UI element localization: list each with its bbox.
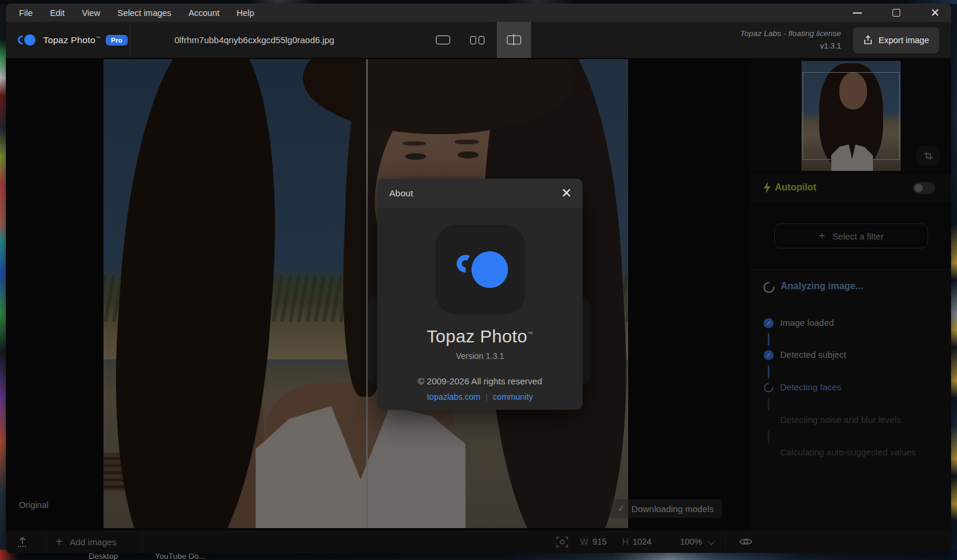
license-type: Topaz Labs - floating license bbox=[740, 28, 841, 40]
topaz-app-icon bbox=[435, 225, 525, 315]
menu-bar: File Edit View Select images Account Hel… bbox=[6, 4, 951, 22]
open-filename: 0lfrhm7ubb4qnyb6cxkgcd55lg0raod6.jpg bbox=[148, 22, 361, 58]
app-window: File Edit View Select images Account Hel… bbox=[6, 4, 951, 553]
license-version: v1.3.1 bbox=[740, 40, 841, 52]
about-copyright: © 2009-2026 All rights reserved bbox=[418, 376, 542, 386]
desktop-wallpaper-right-strip bbox=[951, 0, 957, 560]
desktop-icon-label[interactable]: Desktop bbox=[89, 552, 118, 560]
single-view-icon bbox=[436, 35, 450, 44]
maximize-icon bbox=[893, 9, 900, 17]
minimize-icon bbox=[853, 12, 862, 14]
maximize-button[interactable] bbox=[888, 6, 904, 20]
header-divider bbox=[130, 22, 130, 58]
minimize-button[interactable] bbox=[849, 6, 865, 20]
app-header: Topaz Photo™ Pro 0lfrhm7ubb4qnyb6cxkgcd5… bbox=[6, 22, 951, 58]
close-button[interactable]: ✕ bbox=[927, 6, 943, 20]
about-dialog-header: About ✕ bbox=[377, 179, 583, 209]
menu-file[interactable]: File bbox=[19, 8, 33, 18]
desktop-icon-label[interactable]: YouTube Do... bbox=[155, 552, 205, 560]
about-links: topazlabs.com | community bbox=[427, 392, 533, 402]
menu-edit[interactable]: Edit bbox=[50, 8, 64, 18]
link-divider: | bbox=[486, 393, 487, 401]
side-by-side-view-icon bbox=[470, 36, 484, 44]
app-name: Topaz Photo™ bbox=[43, 35, 101, 46]
menu-select-images[interactable]: Select images bbox=[118, 8, 172, 18]
screen: Desktop YouTube Do... File Edit View Sel… bbox=[0, 0, 957, 560]
export-icon bbox=[863, 35, 873, 46]
view-mode-single-button[interactable] bbox=[426, 22, 460, 58]
pro-badge: Pro bbox=[106, 35, 128, 46]
about-dialog-body: Topaz Photo™ Version 1.3.1 © 2009-2026 A… bbox=[377, 209, 583, 402]
export-image-button[interactable]: Export image bbox=[853, 27, 939, 53]
menu-help[interactable]: Help bbox=[237, 8, 254, 18]
view-mode-side-by-side-button[interactable] bbox=[460, 22, 494, 58]
about-dialog-title: About bbox=[389, 188, 413, 199]
logo-circle bbox=[471, 251, 508, 288]
about-version: Version 1.3.1 bbox=[456, 351, 505, 361]
window-controls: ✕ bbox=[849, 4, 943, 22]
topaz-logo-icon bbox=[18, 34, 38, 47]
about-close-button[interactable]: ✕ bbox=[561, 186, 572, 201]
split-view-icon bbox=[507, 35, 521, 44]
view-mode-split-button[interactable] bbox=[497, 22, 531, 58]
license-info: Topaz Labs - floating license v1.3.1 bbox=[740, 28, 841, 52]
menu-account[interactable]: Account bbox=[189, 8, 219, 18]
app-logo: Topaz Photo™ Pro bbox=[18, 22, 128, 58]
about-dialog: About ✕ Topaz Photo™ Version 1.3.1 © 200… bbox=[377, 179, 583, 410]
menu-view[interactable]: View bbox=[82, 8, 100, 18]
about-app-name: Topaz Photo™ bbox=[426, 326, 533, 347]
close-icon: ✕ bbox=[930, 7, 940, 18]
topazlabs-link[interactable]: topazlabs.com bbox=[427, 392, 480, 402]
community-link[interactable]: community bbox=[493, 392, 533, 402]
